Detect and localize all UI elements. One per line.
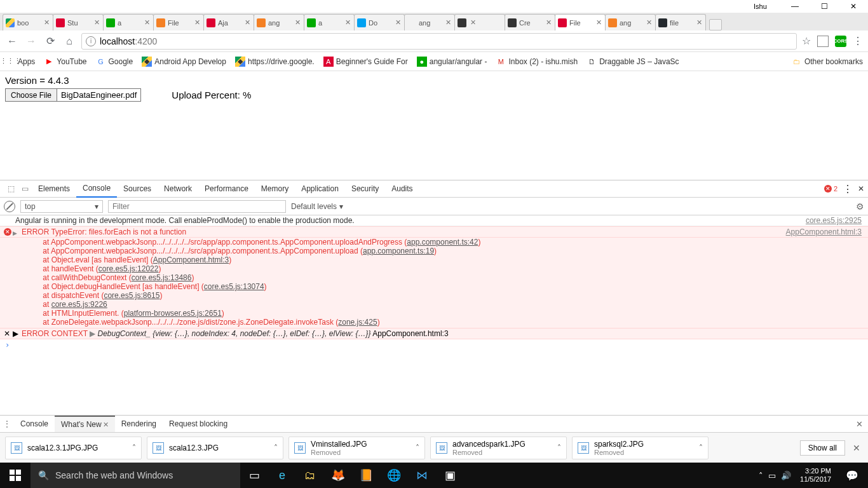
chevron-up-icon[interactable]: ˄ [699, 444, 703, 452]
tab-close-icon[interactable]: ✕ [595, 19, 602, 27]
drawer-tab[interactable]: Request blocking [163, 416, 234, 433]
bookmark-star-icon[interactable]: ☆ [802, 35, 811, 47]
tab-close-icon[interactable]: ✕ [394, 19, 402, 27]
browser-tab[interactable]: a✕ [103, 14, 154, 30]
bookmark-item[interactable]: ⋮⋮⋮Apps [5, 57, 35, 67]
devtools-close-icon[interactable]: ✕ [858, 184, 864, 193]
devtools-tab[interactable]: Network [158, 180, 198, 198]
console-output[interactable]: Angular is running in the development mo… [0, 215, 868, 415]
download-item[interactable]: 🖼advancedspark1.JPGRemoved˄ [430, 437, 567, 459]
url-input[interactable]: i localhost:4200 [81, 33, 797, 50]
browser-tab[interactable]: Aja✕ [203, 14, 254, 30]
show-all-downloads-button[interactable]: Show all [800, 440, 845, 456]
download-item[interactable]: 🖼scala12.3.1JPG.JPG˄ [5, 437, 142, 459]
source-link[interactable]: app.component.ts:19 [363, 247, 434, 255]
browser-tab[interactable]: Cre✕ [505, 14, 555, 30]
bookmark-item[interactable]: ◆https://drive.google. [235, 57, 315, 67]
chevron-up-icon[interactable]: ˄ [132, 444, 136, 452]
clear-console-icon[interactable] [4, 201, 15, 212]
site-info-icon[interactable]: i [86, 36, 96, 46]
maximize-button[interactable]: ☐ [810, 0, 839, 13]
app-icon[interactable]: 📙 [352, 463, 380, 488]
extension-icon[interactable] [817, 36, 829, 47]
browser-tab[interactable]: ✕ [454, 14, 505, 30]
tab-close-icon[interactable]: ✕ [193, 19, 201, 27]
tab-close-icon[interactable]: ✕ [444, 19, 452, 27]
browser-tab[interactable]: ang✕ [404, 14, 455, 30]
task-view-icon[interactable]: ▭ [240, 463, 268, 488]
file-explorer-icon[interactable]: 🗂 [296, 463, 324, 488]
bookmark-item[interactable]: ●angular/angular - [417, 57, 487, 67]
clock[interactable]: 3:20 PM11/5/2017 [796, 467, 835, 484]
browser-tab[interactable]: Do✕ [354, 14, 405, 30]
devtools-tab[interactable]: Console [76, 180, 117, 198]
edge-icon[interactable]: e [268, 463, 296, 488]
console-prompt[interactable]: › [0, 339, 868, 351]
reload-button[interactable]: ⟳ [43, 34, 57, 48]
bookmark-item[interactable]: MInbox (2) - ishu.mish [496, 57, 578, 67]
bookmark-item[interactable]: GGoogle [96, 57, 133, 67]
tab-close-icon[interactable]: ✕ [93, 19, 100, 27]
app-icon[interactable]: 🦊 [324, 463, 352, 488]
drawer-tab[interactable]: What's New ✕ [55, 416, 115, 433]
context-selector[interactable]: top▾ [20, 200, 103, 213]
tab-close-icon[interactable]: ✕ [243, 19, 251, 27]
tab-close-icon[interactable]: ✕ [143, 19, 151, 27]
bookmark-item[interactable]: 🗋Draggable JS – JavaSc [587, 57, 679, 67]
browser-tab[interactable]: File✕ [555, 14, 606, 30]
chevron-up-icon[interactable]: ˄ [416, 444, 419, 452]
source-link[interactable]: zone.js:425 [338, 318, 377, 327]
source-link[interactable]: core.es5.js:9226 [51, 300, 107, 309]
tab-close-icon[interactable]: ✕ [645, 19, 653, 27]
close-icon[interactable]: ✕ [103, 421, 109, 429]
devtools-tab[interactable]: Memory [255, 180, 295, 198]
console-settings-icon[interactable]: ⚙ [856, 201, 864, 212]
source-link[interactable]: core.es5.js:12022 [98, 264, 159, 273]
chevron-up-icon[interactable]: ˄ [557, 444, 561, 452]
source-link[interactable]: core.es5.js:13074 [204, 282, 264, 291]
battery-icon[interactable]: ▭ [768, 471, 776, 480]
device-toggle-icon[interactable]: ▭ [18, 182, 32, 196]
chevron-up-icon[interactable]: ˄ [274, 444, 278, 452]
devtools-tab[interactable]: Audits [385, 180, 419, 198]
minimize-button[interactable]: — [780, 0, 810, 13]
console-filter-input[interactable] [108, 200, 286, 213]
volume-icon[interactable]: 🔊 [781, 471, 791, 480]
browser-tab[interactable]: Stu✕ [53, 14, 104, 30]
back-button[interactable]: ← [5, 34, 19, 48]
taskbar-search[interactable]: 🔍 Search the web and Windows [31, 463, 240, 488]
tab-close-icon[interactable]: ✕ [344, 19, 351, 27]
devtools-tab[interactable]: Application [295, 180, 345, 198]
inspect-element-icon[interactable]: ⬚ [4, 182, 18, 196]
browser-tab[interactable]: file✕ [655, 14, 706, 30]
source-link[interactable]: core.es5.js:2925 [806, 216, 862, 225]
tab-close-icon[interactable]: ✕ [43, 19, 50, 27]
devtools-tab[interactable]: Security [345, 180, 385, 198]
drawer-close-icon[interactable]: ✕ [856, 419, 868, 429]
drawer-menu-icon[interactable]: ⋮ [0, 419, 14, 428]
expand-toggle-icon[interactable]: ▶ [13, 329, 18, 338]
action-center-icon[interactable]: 💬 [840, 463, 864, 488]
bookmark-item[interactable]: ◆Android App Develop [142, 57, 226, 67]
browser-tab[interactable]: boo✕ [3, 14, 53, 30]
source-link[interactable]: platform-browser.es5.js:2651 [124, 309, 222, 318]
source-link[interactable]: core.es5.js:13486 [132, 273, 192, 282]
close-shelf-icon[interactable]: ✕ [850, 443, 863, 453]
devtools-tab[interactable]: Performance [198, 180, 255, 198]
download-item[interactable]: 🖼sparksql2.JPGRemoved˄ [572, 437, 709, 459]
devtools-tab[interactable]: Elements [32, 180, 76, 198]
terminal-icon[interactable]: ▣ [436, 463, 464, 488]
source-link[interactable]: AppComponent.html:3 [786, 227, 862, 236]
cors-extension-icon[interactable]: CORS [835, 36, 846, 47]
choose-file-button[interactable]: Choose File [6, 89, 57, 101]
expand-toggle-icon[interactable]: ▶ [13, 229, 17, 238]
browser-tab[interactable]: ang✕ [605, 14, 656, 30]
devtools-tab[interactable]: Sources [117, 180, 158, 198]
home-button[interactable]: ⌂ [62, 34, 76, 48]
log-levels-selector[interactable]: Default levels ▾ [291, 202, 343, 211]
source-link[interactable]: core.es5.js:8615 [104, 291, 159, 300]
tray-up-icon[interactable]: ˄ [759, 471, 763, 480]
profile-name[interactable]: Ishu [0, 3, 767, 10]
browser-tab[interactable]: ang✕ [254, 14, 304, 30]
source-link[interactable]: AppComponent.html:3 [372, 329, 448, 338]
